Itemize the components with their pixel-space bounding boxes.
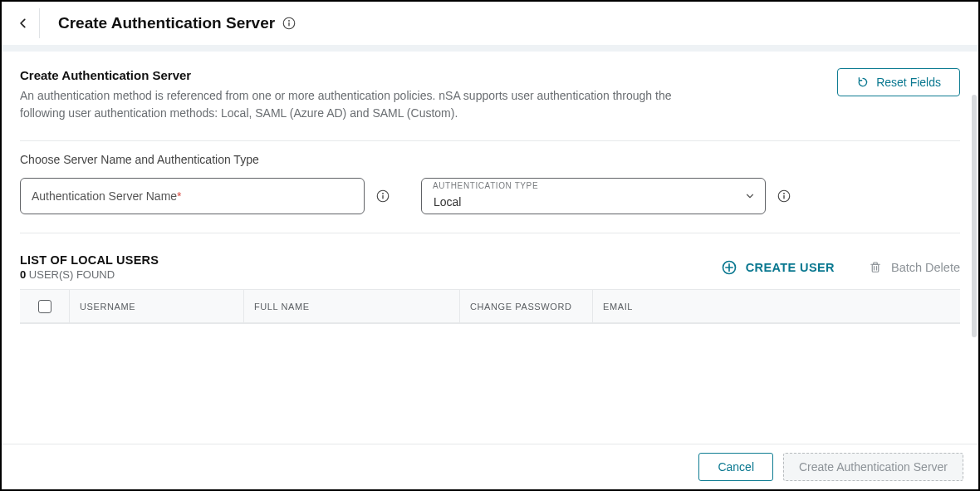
scrollbar-thumb[interactable] bbox=[972, 95, 977, 337]
users-found-suffix: USER(S) FOUND bbox=[29, 268, 115, 281]
server-name-field: Authentication Server Name* bbox=[20, 178, 365, 214]
svg-rect-8 bbox=[783, 195, 784, 199]
scrollbar[interactable] bbox=[972, 95, 977, 441]
select-all-cell bbox=[20, 290, 70, 322]
plus-circle-icon bbox=[721, 259, 737, 276]
divider-strip bbox=[2, 45, 978, 52]
divider bbox=[20, 233, 960, 233]
create-user-label: CREATE USER bbox=[746, 261, 835, 274]
chevron-left-icon bbox=[17, 16, 29, 31]
info-icon[interactable] bbox=[282, 16, 296, 31]
reset-fields-label: Reset Fields bbox=[876, 76, 941, 89]
fields-row: Authentication Server Name* AUTHENTICATI… bbox=[20, 178, 960, 214]
page-title: Create Authentication Server bbox=[40, 14, 296, 32]
col-change-password[interactable]: CHANGE PASSWORD bbox=[460, 290, 593, 322]
users-found-line: 0 USER(S) FOUND bbox=[20, 268, 159, 281]
back-button[interactable] bbox=[7, 8, 40, 38]
section-description: An authentication method is referenced f… bbox=[20, 87, 684, 122]
col-username[interactable]: USERNAME bbox=[70, 290, 244, 322]
users-list-header: LIST OF LOCAL USERS 0 USER(S) FOUND CREA… bbox=[20, 253, 960, 281]
svg-rect-2 bbox=[288, 22, 289, 27]
auth-type-float-label: AUTHENTICATION TYPE bbox=[433, 181, 538, 190]
svg-point-1 bbox=[288, 20, 290, 22]
users-list-title-block: LIST OF LOCAL USERS 0 USER(S) FOUND bbox=[20, 253, 159, 281]
section-header-row: Create Authentication Server An authenti… bbox=[20, 68, 960, 122]
content-area: Create Authentication Server An authenti… bbox=[2, 52, 978, 324]
create-auth-server-button[interactable]: Create Authentication Server bbox=[783, 453, 963, 481]
batch-delete-button[interactable]: Batch Delete bbox=[868, 260, 960, 275]
batch-delete-label: Batch Delete bbox=[891, 261, 960, 274]
page-frame: Create Authentication Server Create Auth… bbox=[0, 0, 980, 491]
auth-type-info-icon[interactable] bbox=[776, 188, 792, 204]
section-header-text: Create Authentication Server An authenti… bbox=[20, 68, 684, 122]
col-email[interactable]: EMAIL bbox=[593, 290, 960, 322]
reset-fields-button[interactable]: Reset Fields bbox=[837, 68, 960, 96]
svg-rect-5 bbox=[382, 195, 383, 199]
server-name-info-icon[interactable] bbox=[375, 188, 391, 204]
footer-bar: Cancel Create Authentication Server bbox=[2, 444, 978, 489]
trash-icon bbox=[868, 260, 883, 275]
cancel-button[interactable]: Cancel bbox=[698, 453, 773, 481]
col-fullname[interactable]: FULL NAME bbox=[244, 290, 460, 322]
users-table: USERNAME FULL NAME CHANGE PASSWORD EMAIL bbox=[20, 289, 960, 324]
users-list-title: LIST OF LOCAL USERS bbox=[20, 253, 159, 267]
auth-type-value: Local bbox=[434, 195, 461, 209]
users-list-actions: CREATE USER Batch Delete bbox=[721, 259, 960, 276]
svg-point-7 bbox=[783, 193, 785, 194]
users-table-header: USERNAME FULL NAME CHANGE PASSWORD EMAIL bbox=[20, 290, 960, 323]
scroll-body: Create Authentication Server An authenti… bbox=[2, 45, 978, 489]
divider bbox=[20, 140, 960, 141]
users-found-count: 0 bbox=[20, 268, 26, 281]
chevron-down-icon bbox=[744, 190, 756, 202]
auth-type-field: AUTHENTICATION TYPE Local bbox=[421, 178, 766, 214]
info-icon bbox=[375, 189, 390, 204]
section-title: Create Authentication Server bbox=[20, 68, 684, 82]
svg-rect-10 bbox=[872, 264, 879, 272]
svg-point-4 bbox=[382, 193, 384, 194]
reset-icon bbox=[856, 76, 870, 89]
choose-server-heading: Choose Server Name and Authentication Ty… bbox=[20, 153, 960, 166]
server-name-input[interactable] bbox=[20, 178, 365, 214]
info-icon bbox=[777, 189, 791, 204]
select-all-checkbox[interactable] bbox=[38, 300, 51, 313]
create-user-button[interactable]: CREATE USER bbox=[721, 259, 835, 276]
top-bar: Create Authentication Server bbox=[2, 2, 978, 47]
page-title-text: Create Authentication Server bbox=[58, 14, 275, 32]
